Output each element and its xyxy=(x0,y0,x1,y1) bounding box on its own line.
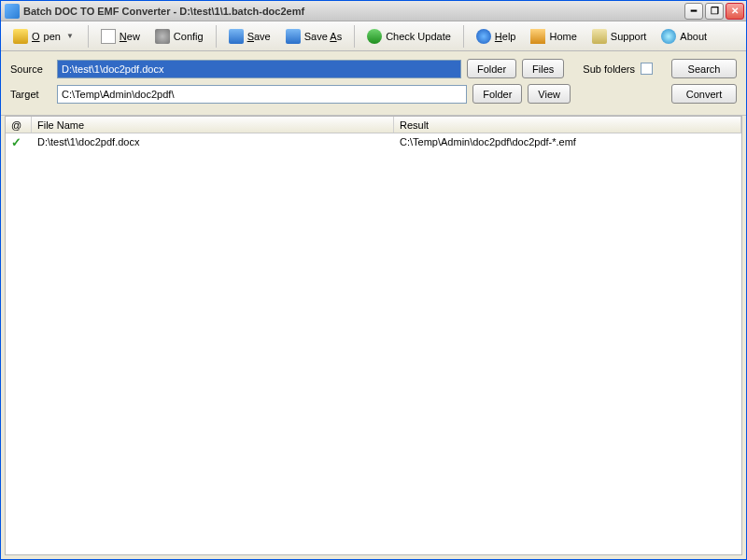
target-label: Target xyxy=(10,89,51,100)
separator xyxy=(354,25,355,48)
new-file-icon xyxy=(101,29,116,44)
titlebar: Batch DOC TO EMF Converter - D:\test\1\1… xyxy=(1,1,746,21)
help-button[interactable]: Help Help xyxy=(470,25,523,48)
col-result[interactable]: Result xyxy=(394,117,741,133)
config-label: Config xyxy=(174,31,204,42)
separator xyxy=(463,25,464,48)
home-icon xyxy=(530,29,545,44)
sub-folders-label: Sub folders xyxy=(583,63,635,75)
home-button[interactable]: Home xyxy=(524,25,583,48)
home-label: Home xyxy=(549,31,576,42)
path-form: Source Folder Files Sub folders Search T… xyxy=(1,51,746,116)
folder-open-icon xyxy=(13,29,28,44)
result-cell: C:\Temp\Admin\doc2pdf\doc2pdf-*.emf xyxy=(394,134,741,149)
file-cell: D:\test\1\doc2pdf.docx xyxy=(32,134,394,149)
separator xyxy=(216,25,217,48)
maximize-button[interactable]: ❐ xyxy=(705,3,724,20)
col-file[interactable]: File Name xyxy=(32,117,394,133)
support-label: Support xyxy=(611,31,647,42)
source-row: Source Folder Files Sub folders Search xyxy=(10,59,737,78)
help-icon xyxy=(476,29,491,44)
separator xyxy=(88,25,89,48)
list-body: ✓ D:\test\1\doc2pdf.docx C:\Temp\Admin\d… xyxy=(6,133,741,554)
open-button[interactable]: O Open pen ▼ xyxy=(7,25,82,48)
minimize-button[interactable]: ━ xyxy=(684,3,703,20)
check-update-button[interactable]: Check Update xyxy=(360,25,458,48)
source-input[interactable] xyxy=(57,60,461,78)
target-row: Target Folder View Convert xyxy=(10,84,737,104)
save-as-button[interactable]: Save As Save As xyxy=(279,25,348,48)
table-row[interactable]: ✓ D:\test\1\doc2pdf.docx C:\Temp\Admin\d… xyxy=(6,133,741,150)
source-label: Source xyxy=(10,63,51,75)
search-button[interactable]: Search xyxy=(671,59,737,78)
refresh-icon xyxy=(367,29,382,44)
window-controls: ━ ❐ ✕ xyxy=(684,3,744,20)
sub-folders-checkbox[interactable] xyxy=(641,63,653,75)
new-button[interactable]: New New xyxy=(94,25,147,48)
target-input[interactable] xyxy=(57,85,467,104)
about-label: About xyxy=(680,31,707,42)
config-button[interactable]: Config xyxy=(148,25,210,48)
list-header: @ File Name Result xyxy=(6,117,741,133)
save-button[interactable]: Save Save xyxy=(222,25,277,48)
target-folder-button[interactable]: Folder xyxy=(472,84,522,104)
save-icon xyxy=(229,29,244,44)
gear-icon xyxy=(155,29,170,44)
window-title: Batch DOC TO EMF Converter - D:\test\1\1… xyxy=(23,6,684,17)
save-as-icon xyxy=(286,29,301,44)
app-window: Batch DOC TO EMF Converter - D:\test\1\1… xyxy=(0,0,747,560)
check-update-label: Check Update xyxy=(386,31,451,42)
source-folder-button[interactable]: Folder xyxy=(467,59,516,78)
dropdown-icon: ▼ xyxy=(64,32,76,40)
close-button[interactable]: ✕ xyxy=(726,3,744,20)
app-icon xyxy=(5,4,20,19)
convert-button[interactable]: Convert xyxy=(671,84,737,104)
status-cell: ✓ xyxy=(6,133,32,151)
view-button[interactable]: View xyxy=(528,84,571,104)
about-button[interactable]: About xyxy=(655,25,713,48)
col-status[interactable]: @ xyxy=(6,117,32,133)
file-list: @ File Name Result ✓ D:\test\1\doc2pdf.d… xyxy=(5,116,742,555)
toolbar: O Open pen ▼ New New Config Save Save Sa… xyxy=(1,21,746,51)
source-files-button[interactable]: Files xyxy=(522,59,564,78)
support-icon xyxy=(592,29,607,44)
support-button[interactable]: Support xyxy=(585,25,654,48)
check-icon: ✓ xyxy=(11,135,21,149)
info-icon xyxy=(661,29,676,44)
